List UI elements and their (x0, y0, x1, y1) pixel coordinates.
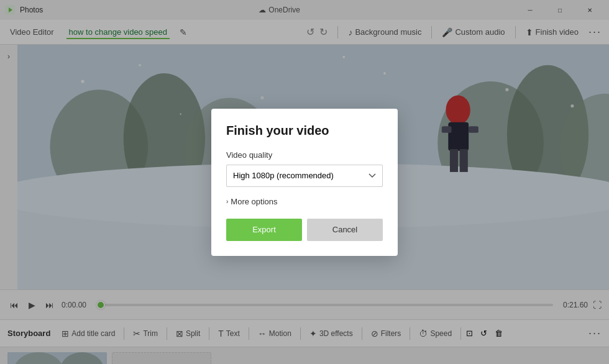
chevron-right-icon: › (226, 198, 228, 205)
export-button[interactable]: Export (226, 219, 302, 241)
cancel-button[interactable]: Cancel (307, 219, 383, 241)
more-options-label: More options (231, 197, 277, 206)
quality-select[interactable]: High 1080p (recommended) Medium 720p Low… (226, 165, 383, 187)
modal-buttons: Export Cancel (226, 219, 383, 241)
modal-overlay: Finish your video Video quality High 108… (0, 0, 609, 364)
quality-label: Video quality (226, 150, 383, 160)
quality-select-wrapper: High 1080p (recommended) Medium 720p Low… (226, 165, 383, 187)
more-options-toggle[interactable]: › More options (226, 197, 383, 206)
finish-video-modal: Finish your video Video quality High 108… (211, 109, 398, 256)
modal-title: Finish your video (226, 124, 383, 138)
